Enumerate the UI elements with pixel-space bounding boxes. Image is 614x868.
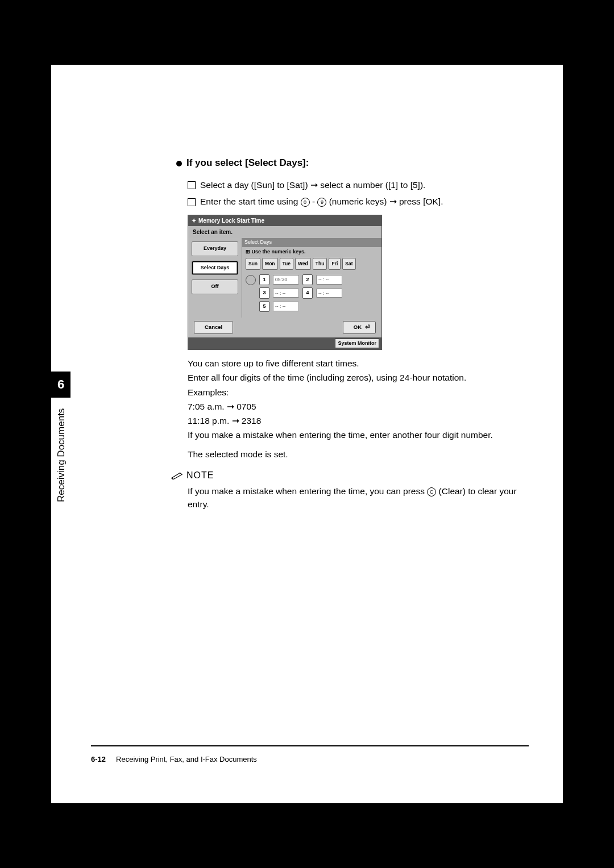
slot-4-time[interactable]: -- : -- bbox=[316, 289, 342, 298]
checkbox-icon bbox=[188, 181, 196, 189]
slot-5-time[interactable]: -- : -- bbox=[273, 302, 299, 311]
day-row: Sun Mon Tue Wed Thu Fri Sat bbox=[246, 258, 378, 270]
everyday-button[interactable]: Everyday bbox=[192, 241, 238, 256]
day-sat-button[interactable]: Sat bbox=[342, 258, 355, 270]
time-entries-grid: 1 05:30 2 -- : -- 3 -- : -- 4 -- : -- 5 … bbox=[246, 274, 378, 312]
footer-rule bbox=[91, 745, 529, 746]
note-pencil-icon bbox=[171, 471, 183, 479]
select-days-button[interactable]: Select Days bbox=[192, 261, 238, 276]
day-wed-button[interactable]: Wed bbox=[295, 258, 311, 270]
slot-2-time[interactable]: -- : -- bbox=[316, 275, 342, 285]
system-monitor-bar: System Monitor bbox=[188, 337, 381, 350]
note-header: NOTE bbox=[171, 469, 529, 482]
slot-3-time[interactable]: -- : -- bbox=[273, 289, 299, 298]
note-body: If you make a mistake when entering the … bbox=[188, 485, 529, 511]
arrow-icon: ➞ bbox=[227, 402, 234, 411]
cancel-button[interactable]: Cancel bbox=[194, 321, 233, 333]
page-number: 6-12 bbox=[91, 755, 106, 763]
day-thu-button[interactable]: Thu bbox=[313, 258, 327, 270]
device-screenshot-panel: ✦ Memory Lock Start Time Select an item.… bbox=[188, 215, 382, 350]
panel-button-row: Cancel OK⏎ bbox=[188, 318, 381, 337]
panel-left-column: Everyday Select Days Off bbox=[188, 238, 242, 318]
key-9-icon: 9 bbox=[317, 198, 326, 207]
body-text: You can store up to five different start… bbox=[188, 357, 529, 461]
footer-title: Receiving Print, Fax, and I-Fax Document… bbox=[116, 755, 257, 763]
key-c-icon: C bbox=[427, 487, 436, 496]
page: 6 Receiving Documents If you select [Sel… bbox=[51, 65, 563, 803]
panel-right-title: Select Days bbox=[242, 238, 381, 247]
checkbox-icon bbox=[188, 198, 196, 206]
day-mon-button[interactable]: Mon bbox=[262, 258, 277, 270]
ok-button[interactable]: OK⏎ bbox=[343, 321, 376, 333]
panel-subtitle: Select an item. bbox=[188, 226, 381, 238]
off-button[interactable]: Off bbox=[192, 279, 238, 294]
day-tue-button[interactable]: Tue bbox=[280, 258, 293, 270]
panel-hint: ⊞ Use the numeric keys. bbox=[246, 248, 378, 256]
arrow-icon: ➞ bbox=[310, 180, 318, 190]
clock-icon bbox=[246, 275, 256, 285]
step-2: Enter the start time using 0 - 9 (numeri… bbox=[188, 195, 529, 208]
body-line-2: Enter all four digits of the time (inclu… bbox=[188, 371, 529, 384]
panel-title-bar: ✦ Memory Lock Start Time bbox=[188, 215, 381, 226]
panel-title: Memory Lock Start Time bbox=[198, 216, 264, 225]
chapter-label: Receiving Documents bbox=[56, 408, 67, 502]
main-content: If you select [Select Days]: Select a da… bbox=[176, 156, 529, 511]
slot-1-time[interactable]: 05:30 bbox=[273, 275, 299, 285]
system-monitor-button[interactable]: System Monitor bbox=[335, 339, 379, 349]
note-label: NOTE bbox=[186, 469, 214, 482]
arrow-icon: ➞ bbox=[389, 197, 397, 206]
key-0-icon: 0 bbox=[301, 198, 310, 207]
slot-3-button[interactable]: 3 bbox=[259, 287, 269, 299]
body-line-6: If you make a mistake when entering the … bbox=[188, 428, 529, 441]
page-footer: 6-12Receiving Print, Fax, and I-Fax Docu… bbox=[91, 755, 257, 763]
side-tab: 6 Receiving Documents bbox=[51, 372, 70, 398]
slot-1-button[interactable]: 1 bbox=[259, 274, 269, 286]
body-line-1: You can store up to five different start… bbox=[188, 357, 529, 370]
panel-body: Everyday Select Days Off Select Days ⊞ U… bbox=[188, 238, 381, 318]
body-line-7: The selected mode is set. bbox=[188, 448, 529, 461]
panel-right-column: Select Days ⊞ Use the numeric keys. Sun … bbox=[242, 238, 381, 318]
bullet-icon bbox=[176, 161, 182, 166]
body-line-5: 11:18 p.m. ➞ 2318 bbox=[188, 414, 529, 427]
slot-2-button[interactable]: 2 bbox=[302, 274, 313, 286]
section-heading: If you select [Select Days]: bbox=[176, 156, 529, 170]
arrow-icon: ➞ bbox=[232, 416, 239, 425]
heading-text: If you select [Select Days]: bbox=[186, 157, 309, 168]
chapter-number: 6 bbox=[51, 372, 70, 398]
step-1: Select a day ([Sun] to [Sat]) ➞ select a… bbox=[188, 178, 529, 191]
body-line-4: 7:05 a.m. ➞ 0705 bbox=[188, 400, 529, 413]
gear-icon: ✦ bbox=[192, 216, 196, 225]
day-fri-button[interactable]: Fri bbox=[329, 258, 341, 270]
day-sun-button[interactable]: Sun bbox=[246, 258, 260, 270]
body-line-3: Examples: bbox=[188, 386, 529, 399]
return-icon: ⏎ bbox=[365, 323, 370, 331]
slot-4-button[interactable]: 4 bbox=[302, 287, 313, 299]
slot-5-button[interactable]: 5 bbox=[259, 301, 269, 312]
